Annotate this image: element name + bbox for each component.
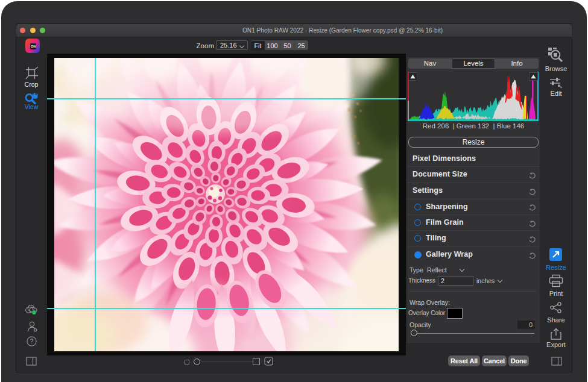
- svg-text:?: ?: [30, 338, 34, 345]
